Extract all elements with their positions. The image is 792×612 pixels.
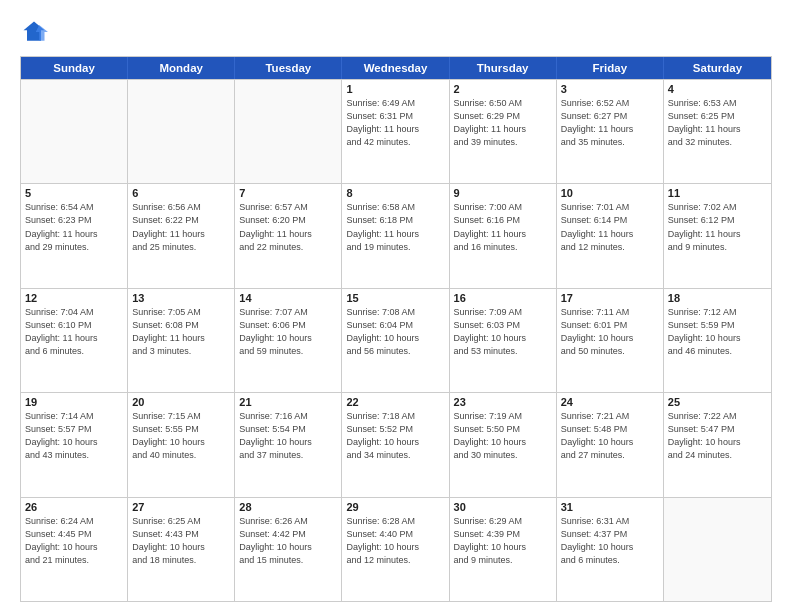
calendar-cell: 14Sunrise: 7:07 AMSunset: 6:06 PMDayligh…: [235, 289, 342, 392]
calendar-cell: 31Sunrise: 6:31 AMSunset: 4:37 PMDayligh…: [557, 498, 664, 601]
day-info: Sunrise: 7:02 AMSunset: 6:12 PMDaylight:…: [668, 201, 767, 253]
calendar-cell: 2Sunrise: 6:50 AMSunset: 6:29 PMDaylight…: [450, 80, 557, 183]
day-info: Sunrise: 7:05 AMSunset: 6:08 PMDaylight:…: [132, 306, 230, 358]
header-cell-tuesday: Tuesday: [235, 57, 342, 79]
day-info: Sunrise: 7:16 AMSunset: 5:54 PMDaylight:…: [239, 410, 337, 462]
day-number: 9: [454, 187, 552, 199]
header: [20, 18, 772, 46]
day-number: 14: [239, 292, 337, 304]
day-info: Sunrise: 6:54 AMSunset: 6:23 PMDaylight:…: [25, 201, 123, 253]
day-number: 2: [454, 83, 552, 95]
calendar-cell: [128, 80, 235, 183]
calendar-row-1: 1Sunrise: 6:49 AMSunset: 6:31 PMDaylight…: [21, 79, 771, 183]
day-info: Sunrise: 7:08 AMSunset: 6:04 PMDaylight:…: [346, 306, 444, 358]
day-info: Sunrise: 6:25 AMSunset: 4:43 PMDaylight:…: [132, 515, 230, 567]
day-info: Sunrise: 6:53 AMSunset: 6:25 PMDaylight:…: [668, 97, 767, 149]
calendar-cell: [235, 80, 342, 183]
day-info: Sunrise: 7:07 AMSunset: 6:06 PMDaylight:…: [239, 306, 337, 358]
calendar-cell: 4Sunrise: 6:53 AMSunset: 6:25 PMDaylight…: [664, 80, 771, 183]
calendar-cell: 10Sunrise: 7:01 AMSunset: 6:14 PMDayligh…: [557, 184, 664, 287]
calendar-cell: 8Sunrise: 6:58 AMSunset: 6:18 PMDaylight…: [342, 184, 449, 287]
day-number: 25: [668, 396, 767, 408]
header-cell-sunday: Sunday: [21, 57, 128, 79]
day-info: Sunrise: 7:18 AMSunset: 5:52 PMDaylight:…: [346, 410, 444, 462]
calendar-cell: 26Sunrise: 6:24 AMSunset: 4:45 PMDayligh…: [21, 498, 128, 601]
day-info: Sunrise: 7:19 AMSunset: 5:50 PMDaylight:…: [454, 410, 552, 462]
day-number: 6: [132, 187, 230, 199]
day-number: 11: [668, 187, 767, 199]
day-number: 4: [668, 83, 767, 95]
calendar-cell: 25Sunrise: 7:22 AMSunset: 5:47 PMDayligh…: [664, 393, 771, 496]
calendar-cell: 5Sunrise: 6:54 AMSunset: 6:23 PMDaylight…: [21, 184, 128, 287]
calendar-cell: 20Sunrise: 7:15 AMSunset: 5:55 PMDayligh…: [128, 393, 235, 496]
day-info: Sunrise: 7:22 AMSunset: 5:47 PMDaylight:…: [668, 410, 767, 462]
day-number: 21: [239, 396, 337, 408]
day-number: 24: [561, 396, 659, 408]
calendar-cell: 11Sunrise: 7:02 AMSunset: 6:12 PMDayligh…: [664, 184, 771, 287]
day-number: 23: [454, 396, 552, 408]
calendar-cell: 16Sunrise: 7:09 AMSunset: 6:03 PMDayligh…: [450, 289, 557, 392]
day-number: 18: [668, 292, 767, 304]
calendar: SundayMondayTuesdayWednesdayThursdayFrid…: [20, 56, 772, 602]
day-info: Sunrise: 7:21 AMSunset: 5:48 PMDaylight:…: [561, 410, 659, 462]
day-number: 7: [239, 187, 337, 199]
day-number: 31: [561, 501, 659, 513]
day-info: Sunrise: 7:00 AMSunset: 6:16 PMDaylight:…: [454, 201, 552, 253]
header-cell-thursday: Thursday: [450, 57, 557, 79]
calendar-cell: 27Sunrise: 6:25 AMSunset: 4:43 PMDayligh…: [128, 498, 235, 601]
calendar-cell: 12Sunrise: 7:04 AMSunset: 6:10 PMDayligh…: [21, 289, 128, 392]
day-number: 1: [346, 83, 444, 95]
calendar-cell: 9Sunrise: 7:00 AMSunset: 6:16 PMDaylight…: [450, 184, 557, 287]
day-info: Sunrise: 6:58 AMSunset: 6:18 PMDaylight:…: [346, 201, 444, 253]
day-number: 10: [561, 187, 659, 199]
day-info: Sunrise: 6:49 AMSunset: 6:31 PMDaylight:…: [346, 97, 444, 149]
day-info: Sunrise: 6:31 AMSunset: 4:37 PMDaylight:…: [561, 515, 659, 567]
day-number: 19: [25, 396, 123, 408]
day-number: 16: [454, 292, 552, 304]
calendar-cell: [664, 498, 771, 601]
calendar-row-4: 19Sunrise: 7:14 AMSunset: 5:57 PMDayligh…: [21, 392, 771, 496]
day-number: 30: [454, 501, 552, 513]
day-info: Sunrise: 6:57 AMSunset: 6:20 PMDaylight:…: [239, 201, 337, 253]
day-info: Sunrise: 6:50 AMSunset: 6:29 PMDaylight:…: [454, 97, 552, 149]
calendar-header-row: SundayMondayTuesdayWednesdayThursdayFrid…: [21, 57, 771, 79]
logo: [20, 18, 52, 46]
day-number: 20: [132, 396, 230, 408]
calendar-cell: 24Sunrise: 7:21 AMSunset: 5:48 PMDayligh…: [557, 393, 664, 496]
day-number: 3: [561, 83, 659, 95]
calendar-cell: 21Sunrise: 7:16 AMSunset: 5:54 PMDayligh…: [235, 393, 342, 496]
day-info: Sunrise: 6:52 AMSunset: 6:27 PMDaylight:…: [561, 97, 659, 149]
calendar-cell: [21, 80, 128, 183]
day-number: 15: [346, 292, 444, 304]
day-number: 5: [25, 187, 123, 199]
day-info: Sunrise: 6:29 AMSunset: 4:39 PMDaylight:…: [454, 515, 552, 567]
day-info: Sunrise: 6:24 AMSunset: 4:45 PMDaylight:…: [25, 515, 123, 567]
calendar-row-2: 5Sunrise: 6:54 AMSunset: 6:23 PMDaylight…: [21, 183, 771, 287]
calendar-row-5: 26Sunrise: 6:24 AMSunset: 4:45 PMDayligh…: [21, 497, 771, 601]
page: SundayMondayTuesdayWednesdayThursdayFrid…: [0, 0, 792, 612]
day-number: 29: [346, 501, 444, 513]
calendar-cell: 1Sunrise: 6:49 AMSunset: 6:31 PMDaylight…: [342, 80, 449, 183]
day-number: 8: [346, 187, 444, 199]
day-info: Sunrise: 7:14 AMSunset: 5:57 PMDaylight:…: [25, 410, 123, 462]
day-info: Sunrise: 7:12 AMSunset: 5:59 PMDaylight:…: [668, 306, 767, 358]
calendar-cell: 23Sunrise: 7:19 AMSunset: 5:50 PMDayligh…: [450, 393, 557, 496]
calendar-cell: 22Sunrise: 7:18 AMSunset: 5:52 PMDayligh…: [342, 393, 449, 496]
day-number: 12: [25, 292, 123, 304]
day-info: Sunrise: 7:09 AMSunset: 6:03 PMDaylight:…: [454, 306, 552, 358]
calendar-cell: 13Sunrise: 7:05 AMSunset: 6:08 PMDayligh…: [128, 289, 235, 392]
calendar-cell: 17Sunrise: 7:11 AMSunset: 6:01 PMDayligh…: [557, 289, 664, 392]
header-cell-wednesday: Wednesday: [342, 57, 449, 79]
day-number: 22: [346, 396, 444, 408]
day-number: 27: [132, 501, 230, 513]
day-info: Sunrise: 7:01 AMSunset: 6:14 PMDaylight:…: [561, 201, 659, 253]
calendar-cell: 3Sunrise: 6:52 AMSunset: 6:27 PMDaylight…: [557, 80, 664, 183]
calendar-row-3: 12Sunrise: 7:04 AMSunset: 6:10 PMDayligh…: [21, 288, 771, 392]
day-info: Sunrise: 6:56 AMSunset: 6:22 PMDaylight:…: [132, 201, 230, 253]
day-info: Sunrise: 7:11 AMSunset: 6:01 PMDaylight:…: [561, 306, 659, 358]
day-number: 13: [132, 292, 230, 304]
calendar-cell: 19Sunrise: 7:14 AMSunset: 5:57 PMDayligh…: [21, 393, 128, 496]
calendar-cell: 29Sunrise: 6:28 AMSunset: 4:40 PMDayligh…: [342, 498, 449, 601]
day-number: 17: [561, 292, 659, 304]
day-info: Sunrise: 7:04 AMSunset: 6:10 PMDaylight:…: [25, 306, 123, 358]
